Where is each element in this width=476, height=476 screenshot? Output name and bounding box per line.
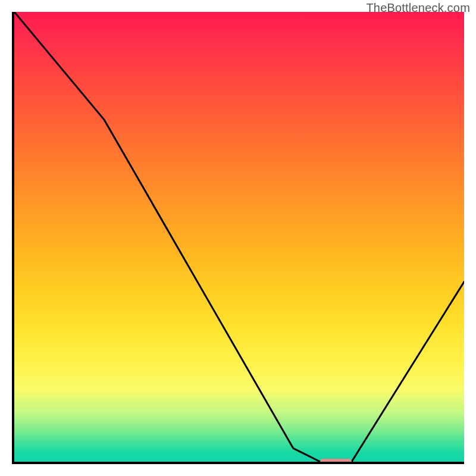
optimal-range-marker bbox=[320, 459, 352, 464]
curve-layer bbox=[14, 12, 464, 462]
bottleneck-curve-line bbox=[14, 12, 464, 462]
plot-area bbox=[12, 12, 464, 464]
bottleneck-chart: TheBottleneck.com bbox=[0, 0, 476, 476]
